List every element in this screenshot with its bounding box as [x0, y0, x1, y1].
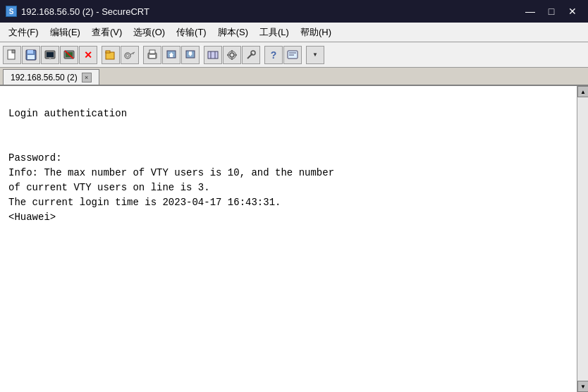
svg-point-30 [228, 51, 236, 59]
window-controls: — □ ✕ [520, 4, 582, 19]
terminal-line-5: Password: [8, 151, 571, 166]
svg-rect-12 [106, 51, 110, 53]
minimize-button[interactable]: — [520, 4, 540, 19]
toolbar: ✕ ? ▼ [0, 42, 588, 68]
menu-help[interactable]: 帮助(H) [295, 24, 337, 41]
svg-rect-25 [189, 51, 192, 54]
terminal-line-2: Login authentication [8, 106, 571, 121]
svg-rect-3 [27, 50, 33, 54]
terminal-line-3 [8, 121, 571, 136]
svg-rect-1 [12, 50, 15, 53]
svg-point-14 [126, 54, 129, 57]
svg-rect-22 [170, 55, 173, 57]
terminal-line-4 [8, 136, 571, 151]
terminal-line-6: Info: The max number of VTY users is 10,… [8, 166, 571, 180]
scrollbar[interactable]: ▲ ▼ [577, 86, 588, 392]
scroll-track[interactable] [577, 97, 588, 381]
scroll-up-btn[interactable]: ▲ [577, 86, 588, 97]
toolbar-dropdown-btn[interactable]: ▼ [306, 46, 324, 64]
svg-rect-19 [149, 50, 155, 54]
svg-rect-18 [149, 55, 155, 58]
svg-rect-26 [208, 51, 218, 59]
toolbar-map-btn[interactable] [204, 46, 222, 64]
svg-line-15 [130, 52, 135, 55]
svg-point-36 [251, 51, 255, 55]
svg-rect-6 [47, 52, 54, 57]
toolbar-connect-btn[interactable] [41, 46, 59, 64]
toolbar-tools-btn[interactable] [242, 46, 260, 64]
menu-script[interactable]: 脚本(S) [212, 24, 254, 41]
tab-bar: 192.168.56.50 (2) × [0, 68, 588, 86]
close-button[interactable]: ✕ [563, 4, 582, 19]
terminal-line-1 [8, 92, 571, 106]
menu-bar: 文件(F) 编辑(E) 查看(V) 选项(O) 传输(T) 脚本(S) 工具(L… [0, 23, 588, 42]
terminal-wrapper[interactable]: Login authentication Password: Info: The… [0, 86, 588, 392]
terminal-output[interactable]: Login authentication Password: Info: The… [0, 86, 588, 372]
toolbar-key-btn[interactable] [121, 46, 139, 64]
maximize-button[interactable]: □ [541, 4, 561, 19]
toolbar-download-btn[interactable] [181, 46, 200, 64]
svg-point-13 [125, 53, 130, 59]
toolbar-help-btn[interactable]: ? [264, 46, 283, 64]
toolbar-status-btn[interactable] [283, 46, 302, 64]
session-tab[interactable]: 192.168.56.50 (2) × [3, 69, 99, 85]
menu-options[interactable]: 选项(O) [128, 24, 171, 41]
toolbar-closesession-btn[interactable]: ✕ [79, 46, 97, 64]
toolbar-open-btn[interactable] [102, 46, 120, 64]
scroll-down-btn[interactable]: ▼ [577, 381, 588, 392]
toolbar-new-btn[interactable] [3, 46, 21, 64]
menu-edit[interactable]: 编辑(E) [44, 24, 86, 41]
menu-transfer[interactable]: 传输(T) [171, 24, 212, 41]
app-icon: S [6, 6, 17, 17]
terminal-line-8: The current login time is 2023-04-17 16:… [8, 195, 571, 210]
toolbar-print-btn[interactable] [143, 46, 161, 64]
toolbar-save-btn[interactable] [22, 46, 40, 64]
menu-file[interactable]: 文件(F) [3, 24, 44, 41]
toolbar-upload-btn[interactable] [162, 46, 180, 64]
menu-view[interactable]: 查看(V) [86, 24, 128, 41]
terminal-line-7: of current VTY users on line is 3. [8, 180, 571, 195]
title-bar: S 192.168.56.50 (2) - SecureCRT — □ ✕ [0, 0, 588, 23]
main-content: Login authentication Password: Info: The… [0, 86, 588, 392]
window-title: 192.168.56.50 (2) - SecureCRT [21, 6, 520, 17]
terminal-line-9: <Huawei> [8, 210, 571, 225]
svg-point-7 [49, 57, 51, 59]
menu-tools[interactable]: 工具(L) [254, 24, 295, 41]
svg-rect-4 [27, 55, 35, 59]
toolbar-settings-btn[interactable] [223, 46, 241, 64]
tab-label: 192.168.56.50 (2) [11, 73, 78, 82]
toolbar-disconnect-btn[interactable] [60, 46, 78, 64]
svg-point-29 [230, 53, 234, 57]
tab-close-button[interactable]: × [82, 73, 92, 82]
